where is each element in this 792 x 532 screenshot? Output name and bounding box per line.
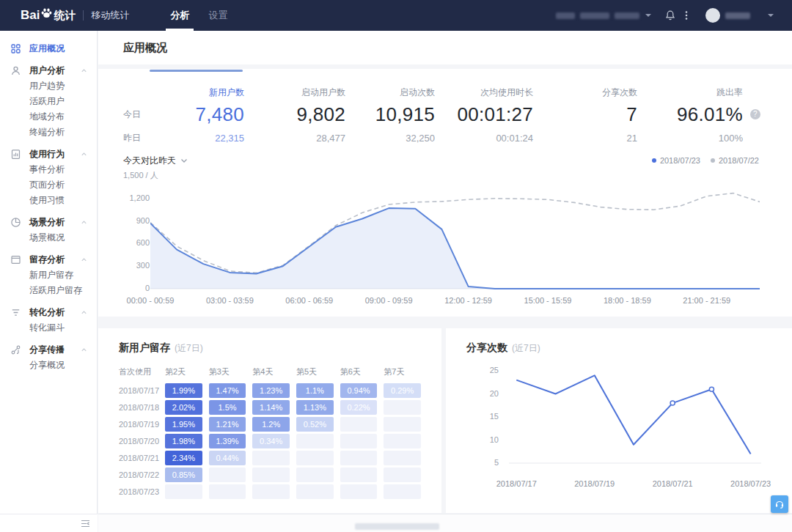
tab-label: 设置 — [208, 9, 227, 22]
sidebar-item-scene-analysis[interactable]: 场景分析 — [0, 214, 97, 230]
retention-cell: 0.85% — [165, 468, 202, 482]
sidebar-subitem-usage-behavior-1[interactable]: 页面分析 — [0, 177, 97, 193]
chart-legend: 2018/07/232018/07/22 — [652, 156, 759, 165]
retention-cell — [340, 417, 378, 432]
chevron-up-icon — [80, 218, 88, 226]
compare-dropdown[interactable]: 今天对比昨天 — [123, 155, 188, 167]
metric-yesterday-new-users: 22,315 — [153, 133, 244, 144]
brand-logo[interactable]: Bai 统计 移动统计 — [0, 7, 129, 23]
retention-cell — [384, 400, 421, 415]
page-header: 应用概况 — [98, 31, 792, 64]
y-axis-tick: 0 — [123, 284, 150, 292]
main-content: 应用概况 新用户数启动用户数启动次数次均使用时长分享次数跳出率今日7,4809,… — [98, 31, 792, 532]
sidebar-subitem-usage-behavior-0[interactable]: 事件分析 — [0, 162, 97, 177]
chevron-up-icon — [80, 67, 88, 75]
sidebar-item-user-analysis[interactable]: 用户分析 — [0, 62, 97, 78]
bell-icon[interactable] — [664, 10, 676, 21]
sidebar-item-usage-behavior[interactable]: 使用行为 — [0, 146, 97, 162]
share-count-card: 分享次数 (近7日) 2520151052018/07/172018/07/19… — [446, 328, 792, 513]
app-selector-redacted[interactable] — [556, 12, 575, 19]
sidebar-subitem-retention-analysis-1[interactable]: 活跃用户留存 — [0, 283, 97, 298]
card-title-row: 新用户留存 (近7日) — [119, 341, 421, 355]
y-axis-tick: 300 — [123, 261, 150, 270]
sidebar-footer — [0, 514, 98, 532]
sidebar-subitem-user-analysis-3[interactable]: 终端分析 — [0, 125, 97, 140]
user-avatar[interactable] — [705, 8, 720, 23]
user-menu-caret-icon[interactable] — [767, 12, 774, 18]
metric-tab-launch-count[interactable]: 启动次数 — [345, 86, 435, 99]
chevron-up-icon — [80, 150, 88, 158]
retention-cell — [209, 484, 246, 499]
tab-analysis[interactable]: 分析 — [170, 0, 189, 31]
app-selector-redacted[interactable] — [580, 12, 609, 19]
chevron-up-icon — [80, 256, 88, 264]
funnel-icon — [10, 307, 21, 318]
sidebar-item-conversion-analysis[interactable]: 转化分析 — [0, 304, 97, 320]
sidebar-group: 分享传播分享概况 — [0, 341, 97, 373]
retention-cell — [296, 451, 334, 465]
y-axis-tick: 600 — [123, 238, 150, 247]
metric-tab-avg-duration[interactable]: 次均使用时长 — [435, 86, 533, 99]
tab-label: 分析 — [170, 9, 189, 22]
retention-col-header: 第4天 — [252, 366, 290, 381]
sidebar-group: 留存分析新用户留存活跃用户留存 — [0, 251, 97, 298]
hourly-compare-chart: 1,500 / 人1,200900600300000:00 - 00:5903:… — [123, 173, 759, 312]
sidebar-item-label: 分享传播 — [29, 344, 80, 356]
help-icon[interactable]: ? — [750, 109, 760, 119]
legend-item-0[interactable]: 2018/07/23 — [652, 156, 700, 165]
support-button[interactable] — [771, 495, 788, 513]
metric-today-share-count: 7 — [533, 103, 637, 126]
metric-tab-share-count[interactable]: 分享次数 — [533, 86, 637, 99]
retention-cell: 0.44% — [209, 451, 246, 465]
kebab-menu-icon[interactable] — [681, 10, 692, 21]
retention-cell: 1.95% — [165, 417, 202, 432]
sidebar-item-retention-analysis[interactable]: 留存分析 — [0, 251, 97, 267]
metric-today-value: 10,915 — [375, 103, 435, 125]
retention-cell: 0.29% — [384, 383, 421, 398]
retention-cell: 1.47% — [209, 383, 246, 398]
retention-cell — [252, 451, 290, 465]
retention-row-date: 2018/07/18 — [119, 403, 158, 412]
metrics-scrollbar[interactable] — [150, 70, 243, 72]
x-axis-tick: 18:00 - 18:59 — [604, 296, 651, 305]
x-axis-tick: 2018/07/21 — [653, 479, 693, 488]
tab-settings[interactable]: 设置 — [208, 0, 227, 31]
legend-item-1[interactable]: 2018/07/22 — [711, 156, 759, 165]
y-axis-tick: 1,200 — [123, 193, 150, 202]
collapse-sidebar-icon[interactable] — [80, 518, 91, 529]
retention-row-date: 2018/07/17 — [119, 386, 158, 395]
metric-today-bounce-rate: 96.01%? — [637, 103, 743, 126]
metric-tab-new-users[interactable]: 新用户数 — [153, 86, 244, 99]
share-icon — [10, 344, 21, 355]
retention-cell: 1.21% — [209, 417, 246, 432]
retention-row-date: 2018/07/22 — [119, 470, 158, 479]
bottom-cards-row: 新用户留存 (近7日) 首次使用第2天第3天第4天第5天第6天第7天2018/0… — [98, 328, 792, 513]
legend-dot — [711, 158, 715, 163]
share-chart-svg — [507, 365, 763, 475]
card-subtitle: (近7日) — [512, 342, 540, 355]
username-redacted — [725, 12, 750, 19]
sidebar-item-app-overview[interactable]: 应用概况 — [0, 40, 97, 56]
sidebar-item-label: 使用行为 — [29, 148, 80, 160]
sidebar-subitem-retention-analysis-0[interactable]: 新用户留存 — [0, 267, 97, 283]
sidebar-group: 转化分析转化漏斗 — [0, 304, 97, 336]
metric-tab-launch-users[interactable]: 启动用户数 — [244, 86, 345, 99]
sidebar-group: 用户分析用户趋势活跃用户地域分布终端分析 — [0, 62, 97, 140]
sidebar-subitem-share-spread-0[interactable]: 分享概况 — [0, 358, 97, 373]
chevron-down-icon[interactable] — [645, 12, 652, 18]
sidebar-subitem-scene-analysis-0[interactable]: 场景概况 — [0, 230, 97, 245]
headset-icon — [774, 499, 785, 509]
sidebar-subitem-usage-behavior-2[interactable]: 使用习惯 — [0, 193, 97, 208]
x-axis-tick: 2018/07/23 — [730, 479, 771, 488]
sidebar-subitem-conversion-analysis-0[interactable]: 转化漏斗 — [0, 320, 97, 336]
sidebar-subitem-user-analysis-1[interactable]: 活跃用户 — [0, 94, 97, 109]
sidebar-item-share-spread[interactable]: 分享传播 — [0, 341, 97, 358]
hourly-chart-svg — [150, 173, 760, 292]
retention-row-date: 2018/07/21 — [119, 454, 158, 462]
card-title: 分享次数 — [466, 341, 507, 355]
metric-tab-bounce-rate[interactable]: 跳出率 — [637, 86, 743, 99]
app-selector-redacted[interactable] — [615, 12, 639, 19]
sidebar-subitem-user-analysis-2[interactable]: 地域分布 — [0, 109, 97, 125]
sidebar-subitem-user-analysis-0[interactable]: 用户趋势 — [0, 78, 97, 94]
retention-cell: 1.5% — [209, 400, 246, 415]
